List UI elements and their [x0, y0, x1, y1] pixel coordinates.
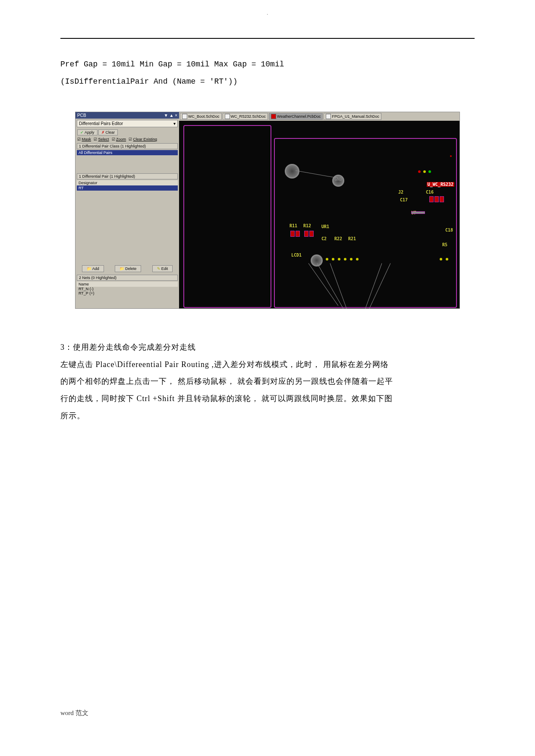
editor-dropdown[interactable]: Differential Pairs Editor ▾ [77, 120, 178, 127]
header-mark: . [60, 11, 475, 16]
zoom-checkbox[interactable]: ☑ Zoom [112, 137, 126, 141]
document-tabs: WC_Boot.SchDoc WC_RS232.SchDoc WeatherCh… [179, 112, 459, 121]
doc-icon [271, 114, 276, 119]
chevron-down-icon: ▾ [173, 121, 176, 126]
paragraph: 的两个相邻的焊盘上点击一下， 然后移动鼠标， 就会看到对应的另一跟线也会伴随着一… [60, 373, 475, 390]
doc-icon [326, 114, 331, 119]
name-header: Name [77, 282, 178, 287]
tab-fpga[interactable]: FPGA_U1_Manual.SchDoc [324, 113, 381, 120]
lcd1-label: LCD1 [291, 253, 302, 257]
pcb-canvas[interactable]: U_WC_RS232 GND J2 C16 C17 U7 R11 R12 UR1… [179, 121, 459, 308]
clear-existing-checkbox[interactable]: ☑ Clear Existing [129, 137, 157, 141]
r22-label: R22 [334, 236, 342, 241]
pad [304, 231, 308, 237]
pad [429, 196, 434, 202]
filter-checkboxes: ☑ Mask ☑ Select ☑ Zoom ☑ Clear Existing [77, 137, 177, 141]
tab-boot[interactable]: WC_Boot.SchDoc [180, 113, 222, 120]
footer-text: word 范文 [60, 709, 88, 717]
apply-button[interactable]: ✓Apply [77, 129, 98, 135]
ic-outline [411, 211, 425, 214]
section-heading: 3：使用差分走线命令完成差分对走线 [60, 339, 475, 356]
tab-rs232[interactable]: WC_RS232.SchDoc [223, 113, 268, 120]
net-row-p[interactable]: RT_P (+) [77, 291, 178, 295]
edit-button[interactable]: ✎Edit [152, 265, 173, 272]
dropdown-label: Differential Pairs Editor [79, 121, 123, 126]
nets-section-header: 2 Nets (0 Highlighted) [77, 275, 178, 281]
r12-label: R12 [303, 223, 311, 228]
r11-label: R11 [290, 223, 297, 228]
board-outline [183, 125, 271, 308]
board-outline2 [274, 138, 457, 308]
window-controls-icon[interactable]: ▼ ▲ × [164, 113, 177, 118]
doc-icon [225, 114, 230, 119]
paragraph: 左键点击 Place\Differeential Pair Routing ,进… [60, 356, 475, 373]
designator-header: Designator [77, 180, 178, 185]
c17-label: C17 [400, 198, 408, 202]
mask-checkbox[interactable]: ☑ Mask [77, 137, 91, 141]
header-rule [60, 37, 475, 39]
panel-title: PCB [77, 113, 86, 118]
code-block: Pref Gap = 10mil Min Gap = 10mil Max Gap… [60, 56, 475, 90]
pair-selected-row[interactable]: RT [77, 185, 178, 191]
pad [296, 231, 300, 237]
via [285, 164, 299, 179]
pad [309, 231, 314, 237]
tab-pcbdoc[interactable]: WeatherChannel.PcbDoc [269, 113, 323, 120]
c2-label: C2 [321, 236, 327, 241]
clear-button[interactable]: ✗Clear [98, 129, 118, 135]
ur1-label: UR1 [321, 224, 329, 229]
pad [434, 196, 439, 202]
paragraph: 所示。 [60, 408, 475, 425]
class-section-header: 1 Differential Pair Class (1 Highlighted… [77, 143, 178, 149]
body-text: 3：使用差分走线命令完成差分对走线 左键点击 Place\Differeenti… [60, 339, 475, 424]
pair-section-header: 1 Differential Pair (1 Highlighted) [77, 173, 178, 179]
pad [290, 231, 295, 237]
paragraph: 行的走线，同时按下 Ctrl +Shift 并且转动鼠标的滚轮， 就可以两跟线同… [60, 390, 475, 408]
pad [440, 196, 444, 202]
code-line-2: (IsDifferentialPair And (Name = 'RT')) [60, 73, 475, 91]
net-row-n[interactable]: RT_N (-) [77, 287, 178, 291]
panel-titlebar: PCB ▼ ▲ × [76, 112, 179, 119]
code-line-1: Pref Gap = 10mil Min Gap = 10mil Max Gap… [60, 56, 475, 73]
c16-label: C16 [426, 190, 434, 194]
via [311, 254, 323, 267]
doc-icon [182, 114, 187, 119]
r5-label: R5 [442, 242, 447, 247]
pcb-panel: PCB ▼ ▲ × Differential Pairs Editor ▾ ✓A… [76, 112, 179, 308]
c18-label: C18 [445, 228, 453, 232]
screenshot-figure: PCB ▼ ▲ × Differential Pairs Editor ▾ ✓A… [75, 112, 460, 309]
class-selected-row[interactable]: All Differential Pairs [77, 150, 178, 155]
net-label: U_WC_RS232 [427, 182, 454, 187]
r21-label: R21 [348, 236, 356, 241]
select-checkbox[interactable]: ☑ Select [94, 137, 109, 141]
delete-button[interactable]: 📁Delete [115, 265, 141, 272]
add-button[interactable]: 📁Add [82, 265, 104, 272]
pcb-view: WC_Boot.SchDoc WC_RS232.SchDoc WeatherCh… [179, 112, 459, 308]
j2-label: J2 [398, 190, 403, 194]
